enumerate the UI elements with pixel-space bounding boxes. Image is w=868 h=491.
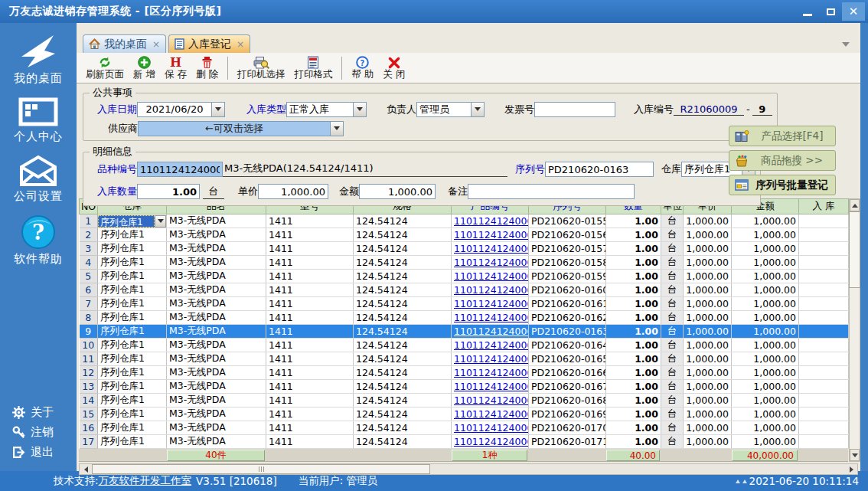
product-code-link[interactable]: 1101124124000	[454, 298, 529, 309]
cell-inbound[interactable]	[799, 242, 849, 256]
product-code-link[interactable]: 1101124124000	[454, 270, 529, 282]
tab-close-icon[interactable]: ×	[152, 39, 160, 50]
cell-serial[interactable]: PD210620-0166	[529, 366, 606, 380]
table-row[interactable]: 14序列仓库1M3-无线PDA1411124.54124110112412400…	[80, 394, 849, 408]
table-row[interactable]: 15序列仓库1M3-无线PDA1411124.54124110112412400…	[80, 408, 849, 421]
cell-inbound[interactable]	[799, 394, 849, 408]
serial-input[interactable]	[545, 162, 654, 177]
table-row[interactable]: 12序列仓库1M3-无线PDA1411124.54124110112412400…	[80, 366, 849, 380]
cell-spec[interactable]: 124.54124	[354, 283, 452, 297]
product-code-link[interactable]: 1101124124000	[454, 257, 529, 268]
table-row[interactable]: 3序列仓库1M3-无线PDA1411124.541241101124124000…	[80, 242, 849, 256]
cell-price[interactable]: 1,000.00	[684, 366, 732, 380]
cell-name[interactable]: M3-无线PDA	[167, 408, 266, 421]
table-row[interactable]: 6序列仓库1M3-无线PDA1411124.541241101124124000…	[80, 283, 849, 297]
cell-amount[interactable]: 1,000.00	[732, 242, 799, 256]
toolbar-button-help[interactable]: ?帮 助	[351, 55, 374, 80]
cell-name[interactable]: M3-无线PDA	[167, 325, 266, 339]
serial-batch-register-button[interactable]: 序列号批量登记	[729, 175, 836, 195]
toolbar-button-delete[interactable]: 删 除	[196, 55, 218, 80]
cell-amount[interactable]: 1,000.00	[732, 408, 799, 421]
scroll-right-button[interactable]	[845, 464, 857, 474]
cell-price[interactable]: 1,000.00	[684, 352, 732, 366]
cell-price[interactable]: 1,000.00	[684, 256, 732, 270]
amount-input[interactable]	[359, 184, 436, 199]
cell-spec[interactable]: 124.54124	[354, 256, 452, 270]
cell-inbound[interactable]	[799, 325, 849, 339]
cell-amount[interactable]: 1,000.00	[732, 394, 799, 408]
cell-amount[interactable]: 1,000.00	[732, 311, 799, 325]
cell-model[interactable]: 1411	[266, 214, 354, 228]
scroll-left-button[interactable]	[80, 464, 92, 474]
cell-qty[interactable]: 1.00	[606, 352, 661, 366]
cell-amount[interactable]: 1,000.00	[732, 421, 799, 435]
table-row[interactable]: 10序列仓库1M3-无线PDA1411124.54124110112412400…	[80, 339, 849, 352]
tab-close-icon[interactable]: ×	[237, 39, 244, 50]
sidebar-footer-item-logout[interactable]: 注销	[12, 425, 54, 440]
sidebar-item-my-desktop[interactable]: 我的桌面	[14, 32, 63, 86]
cell-inbound[interactable]	[799, 228, 849, 242]
table-row[interactable]: 1序列仓库1M3-无线PDA1411124.541241101124124000…	[80, 214, 849, 228]
cell-inbound[interactable]	[799, 311, 849, 325]
inbound-date-input[interactable]	[137, 102, 212, 117]
minimize-button[interactable]	[796, 2, 819, 21]
product-code-link[interactable]: 1101124124000	[454, 367, 529, 378]
cell-product-code[interactable]: 1101124124000	[452, 283, 529, 297]
product-code-link[interactable]: 1101124124000	[454, 408, 529, 420]
cell-qty[interactable]: 1.00	[606, 297, 661, 311]
toolbar-button-printer-select[interactable]: 打印机选择	[237, 55, 286, 80]
cell-qty[interactable]: 1.00	[606, 214, 661, 228]
cell-model[interactable]: 1411	[266, 339, 354, 352]
cell-warehouse[interactable]: 序列仓库1	[98, 242, 167, 256]
cell-name[interactable]: M3-无线PDA	[167, 380, 266, 394]
cell-name[interactable]: M3-无线PDA	[167, 366, 266, 380]
product-code-link[interactable]: 1101124124000	[454, 243, 529, 254]
cell-spec[interactable]: 124.54124	[354, 408, 452, 421]
cell-product-code[interactable]: 1101124124000	[452, 214, 529, 228]
cell-qty[interactable]: 1.00	[606, 394, 661, 408]
cell-spec[interactable]: 124.54124	[354, 214, 452, 228]
close-button[interactable]: ✕	[842, 2, 865, 21]
cell-warehouse[interactable]: 序列仓库1	[98, 380, 167, 394]
cell-price[interactable]: 1,000.00	[684, 297, 732, 311]
cell-model[interactable]: 1411	[266, 242, 354, 256]
remark-input[interactable]	[468, 184, 635, 199]
cell-model[interactable]: 1411	[266, 380, 354, 394]
cell-qty[interactable]: 1.00	[606, 228, 661, 242]
cell-name[interactable]: M3-无线PDA	[167, 228, 266, 242]
cell-serial[interactable]: PD210620-0165	[529, 352, 606, 366]
cell-warehouse[interactable]: 序列仓库1	[98, 214, 167, 228]
cell-warehouse[interactable]: 序列仓库1	[98, 421, 167, 435]
cell-warehouse[interactable]: 序列仓库1	[98, 435, 167, 449]
product-drag-search-button[interactable]: 商品拖搜 >>	[729, 150, 836, 171]
horizontal-scroll-thumb[interactable]	[92, 464, 430, 474]
product-code-link[interactable]: 1101124124000	[454, 394, 529, 406]
cell-model[interactable]: 1411	[266, 297, 354, 311]
table-row[interactable]: 5序列仓库1M3-无线PDA1411124.541241101124124000…	[80, 270, 849, 283]
table-row[interactable]: 11序列仓库1M3-无线PDA1411124.54124110112412400…	[80, 352, 849, 366]
table-row[interactable]: 8序列仓库1M3-无线PDA1411124.541241101124124000…	[80, 311, 849, 325]
cell-qty[interactable]: 1.00	[606, 408, 661, 421]
cell-spec[interactable]: 124.54124	[354, 297, 452, 311]
toolbar-button-add[interactable]: 新 增	[133, 55, 155, 80]
cell-warehouse[interactable]: 序列仓库1	[98, 352, 167, 366]
cell-spec[interactable]: 124.54124	[354, 366, 452, 380]
cell-amount[interactable]: 1,000.00	[732, 366, 799, 380]
toolbar-button-print-format[interactable]: 打印格式	[294, 55, 332, 80]
cell-price[interactable]: 1,000.00	[684, 283, 732, 297]
cell-amount[interactable]: 1,000.00	[732, 325, 799, 339]
product-code-link[interactable]: 1101124124000	[454, 422, 529, 434]
cell-model[interactable]: 1411	[266, 352, 354, 366]
cell-product-code[interactable]: 1101124124000	[452, 435, 529, 449]
cell-amount[interactable]: 1,000.00	[732, 339, 799, 352]
table-row[interactable]: 16序列仓库1M3-无线PDA1411124.54124110112412400…	[80, 421, 849, 435]
cell-price[interactable]: 1,000.00	[684, 270, 732, 283]
cell-warehouse[interactable]: 序列仓库1	[98, 311, 167, 325]
cell-model[interactable]: 1411	[266, 421, 354, 435]
cell-amount[interactable]: 1,000.00	[732, 297, 799, 311]
cell-product-code[interactable]: 1101124124000	[452, 270, 529, 283]
cell-inbound[interactable]	[799, 408, 849, 421]
column-header-inbound[interactable]: 入 库	[799, 199, 849, 214]
cell-qty[interactable]: 1.00	[606, 325, 661, 339]
cell-product-code[interactable]: 1101124124000	[452, 352, 529, 366]
